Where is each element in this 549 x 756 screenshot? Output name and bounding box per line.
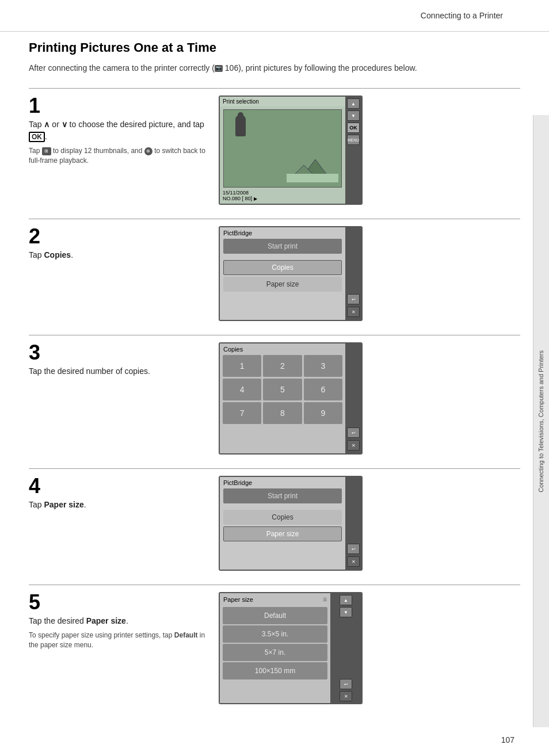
35x5-row[interactable]: 3.5×5 in. (223, 625, 327, 643)
step-4-left: 4 Tap Paper size. (29, 476, 219, 514)
paper-icon: ≡ (323, 595, 327, 604)
step-4-instruction: Tap Paper size. (29, 499, 207, 511)
spacer (220, 255, 345, 260)
step-2-left: 2 Tap Copies. (29, 226, 219, 265)
copies-7[interactable]: 7 (223, 402, 261, 424)
start-print-row-4[interactable]: Start print (223, 488, 342, 503)
step-4-screen: PictBridge Start print Copies Paper size… (219, 476, 368, 571)
paper-size-row[interactable]: Paper size (223, 277, 342, 292)
step-5-screen: Paper size ≡ Default 3.5×5 in. 5×7 in. 1… (219, 592, 368, 704)
copies-2[interactable]: 2 (263, 355, 302, 377)
screen2-mockup: PictBridge Start print Copies Paper size… (219, 226, 363, 321)
5x7-row[interactable]: 5×7 in. (223, 644, 327, 661)
step-2-instruction: Tap Copies. (29, 249, 207, 261)
main-content: Printing Pictures One at a Time After co… (29, 40, 520, 727)
copies-grid: 1 2 3 4 5 6 7 8 9 (223, 355, 342, 424)
paper-size-label: Paper size (223, 596, 253, 603)
paper-header: Paper size ≡ (220, 593, 330, 606)
copies-9[interactable]: 9 (304, 402, 342, 424)
cancel-btn-2[interactable]: ✕ (347, 307, 360, 317)
copies-row-selected[interactable]: Copies (223, 260, 342, 275)
copies-3[interactable]: 3 (304, 355, 342, 377)
screen3-inner: Copies 1 2 3 4 5 6 7 8 9 (220, 343, 345, 453)
mountain (287, 154, 338, 184)
screen4-sidebar: ↩ ✕ (345, 477, 361, 570)
photo-area (223, 109, 342, 188)
screen1-inner: Print selection (220, 97, 345, 204)
cancel-btn-4[interactable]: ✕ (347, 556, 360, 567)
screen2-sidebar: ↩ ✕ (345, 227, 361, 320)
screen4-inner: PictBridge Start print Copies Paper size (220, 477, 345, 570)
step-5-sub: To specify paper size using printer sett… (29, 631, 207, 650)
intro-text: After connecting the camera to the print… (29, 62, 520, 74)
pictbridge-label-4: PictBridge (220, 477, 345, 488)
header-title: Connecting to a Printer (421, 11, 503, 20)
ok-btn[interactable]: OK (347, 123, 360, 133)
down-btn[interactable]: ▼ (347, 110, 360, 121)
step-1-instruction: Tap ∧ or ∨ to choose the desired picture… (29, 119, 207, 143)
step-2: 2 Tap Copies. PictBridge Start print Cop… (29, 219, 520, 321)
paper-size-row-selected[interactable]: Paper size (223, 526, 342, 541)
side-tab-label: Connecting to Televisions, Computers and… (537, 350, 545, 492)
start-print-row[interactable]: Start print (223, 239, 342, 254)
step-4: 4 Tap Paper size. PictBridge Start print… (29, 468, 520, 571)
page-number: 107 (501, 735, 514, 744)
copies-label: Copies (220, 343, 345, 355)
step-5-left: 5 Tap the desired Paper size. To specify… (29, 592, 219, 650)
step-1-sub: Tap ⊞ to display 12 thumbnails, and ⊕ to… (29, 146, 207, 166)
menu-btn[interactable]: MENU (347, 135, 360, 145)
header-bar: Connecting to a Printer (0, 0, 549, 32)
step-5: 5 Tap the desired Paper size. To specify… (29, 585, 520, 704)
back-btn-2[interactable]: ↩ (347, 294, 360, 304)
back-btn-3[interactable]: ↩ (347, 427, 360, 438)
cancel-btn-5[interactable]: ✕ (340, 691, 352, 701)
screen4-mockup: PictBridge Start print Copies Paper size… (219, 476, 363, 571)
side-tab: Connecting to Televisions, Computers and… (533, 115, 549, 727)
copies-5[interactable]: 5 (263, 379, 302, 400)
person-head (238, 112, 243, 118)
copies-6[interactable]: 6 (304, 379, 342, 400)
step-4-number: 4 (29, 476, 207, 497)
screen2-inner: PictBridge Start print Copies Paper size (220, 227, 345, 320)
screen1-sidebar: ▲ ▼ OK MENU (345, 97, 361, 204)
page-title: Printing Pictures One at a Time (29, 40, 520, 55)
step-1-number: 1 (29, 96, 207, 116)
step-5-instruction: Tap the desired Paper size. (29, 615, 207, 627)
spacer4 (220, 505, 345, 510)
step-2-number: 2 (29, 226, 207, 247)
screen5-mockup: Paper size ≡ Default 3.5×5 in. 5×7 in. 1… (219, 592, 363, 704)
pictbridge-label-2: PictBridge (220, 227, 345, 239)
step-3-screen: Copies 1 2 3 4 5 6 7 8 9 ↩ ✕ (219, 342, 368, 455)
copies-8[interactable]: 8 (263, 402, 302, 424)
copies-1[interactable]: 1 (223, 355, 261, 377)
copies-4[interactable]: 4 (223, 379, 261, 400)
copies-row-4[interactable]: Copies (223, 510, 342, 525)
step-3-number: 3 (29, 342, 207, 363)
screen3-sidebar: ↩ ✕ (345, 343, 361, 453)
step-3-left: 3 Tap the desired number of copies. (29, 342, 219, 381)
step-3-instruction: Tap the desired number of copies. (29, 365, 207, 377)
svg-rect-2 (287, 174, 338, 182)
cancel-btn-3[interactable]: ✕ (347, 440, 360, 450)
step-2-screen: PictBridge Start print Copies Paper size… (219, 226, 368, 321)
100x150-row[interactable]: 100×150 mm (223, 662, 327, 679)
print-selection-label: Print selection (220, 97, 345, 106)
down-btn-5[interactable]: ▼ (340, 607, 352, 617)
step-1-screen: Print selection (219, 96, 368, 205)
screen5-sidebar: ▲ ▼ ↩ ✕ (330, 593, 361, 703)
photo-info: 15/11/2008NO.080 [ 80] ▶ (223, 190, 257, 201)
step-1: 1 Tap ∧ or ∨ to choose the desired pictu… (29, 88, 520, 205)
step-1-left: 1 Tap ∧ or ∨ to choose the desired pictu… (29, 96, 219, 166)
step-3: 3 Tap the desired number of copies. Copi… (29, 335, 520, 455)
up-btn-5[interactable]: ▲ (340, 595, 352, 605)
back-btn-4[interactable]: ↩ (347, 544, 360, 554)
step-5-number: 5 (29, 592, 207, 613)
default-row[interactable]: Default (223, 607, 327, 624)
screen3-mockup: Copies 1 2 3 4 5 6 7 8 9 ↩ ✕ (219, 342, 363, 455)
back-btn-5[interactable]: ↩ (340, 679, 352, 689)
screen1-mockup: Print selection (219, 96, 363, 205)
screen5-inner: Paper size ≡ Default 3.5×5 in. 5×7 in. 1… (220, 593, 330, 703)
up-btn[interactable]: ▲ (347, 98, 360, 109)
